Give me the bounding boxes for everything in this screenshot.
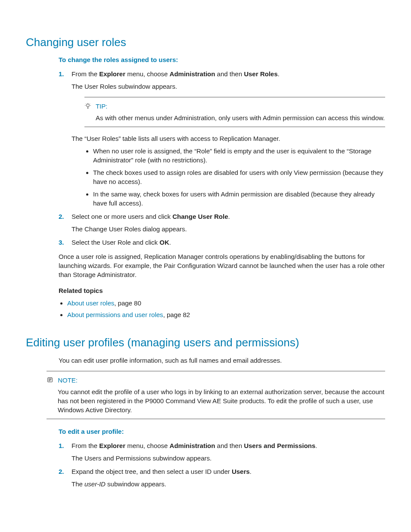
tip-label: TIP: bbox=[96, 103, 108, 110]
note-icon bbox=[47, 376, 54, 385]
step-number: 1. bbox=[59, 441, 64, 450]
list-item: When no user role is assigned, the “Role… bbox=[93, 146, 385, 165]
tip-callout: TIP: As with other menus under Administr… bbox=[84, 97, 385, 127]
step-text: Select one or more users and click Chang… bbox=[72, 213, 230, 220]
heading-changing-user-roles: Changing user roles bbox=[26, 34, 385, 50]
step-text: From the Explorer menu, choose Administr… bbox=[72, 442, 317, 449]
step-result: The Change User Roles dialog appears. bbox=[72, 224, 385, 233]
related-topics-heading: Related topics bbox=[59, 286, 385, 295]
svg-point-0 bbox=[87, 104, 90, 107]
heading-editing-user-profiles: Editing user profiles (managing users an… bbox=[26, 335, 385, 350]
related-topics-list: About user roles, page 80 About permissi… bbox=[59, 299, 385, 319]
step-2: 2. Select one or more users and click Ch… bbox=[59, 212, 385, 233]
step-3: 3. Select the User Role and click OK. bbox=[59, 238, 385, 247]
list-item: The check boxes used to assign roles are… bbox=[93, 168, 385, 186]
lightbulb-icon bbox=[84, 102, 92, 111]
paragraph: Once a user role is assigned, Replicatio… bbox=[59, 252, 385, 279]
step-1: 1. From the Explorer menu, choose Admini… bbox=[59, 441, 385, 463]
step-text: Expand the object tree, and then select … bbox=[72, 468, 252, 475]
link-about-user-roles[interactable]: About user roles bbox=[67, 299, 114, 307]
paragraph: You can edit user profile information, s… bbox=[59, 356, 385, 365]
link-about-permissions-and-user-roles[interactable]: About permissions and user roles bbox=[67, 311, 163, 318]
list-item: In the same way, check boxes for users w… bbox=[93, 190, 385, 208]
step-number: 2. bbox=[59, 212, 64, 221]
note-body: You cannot edit the profile of a user wh… bbox=[58, 387, 385, 414]
bullet-list: When no user role is assigned, the “Role… bbox=[72, 146, 385, 208]
step-number: 3. bbox=[59, 238, 64, 247]
step-1: 1. From the Explorer menu, choose Admini… bbox=[59, 69, 385, 208]
list-item: About permissions and user roles, page 8… bbox=[67, 310, 385, 319]
paragraph: The “User Roles” table lists all users w… bbox=[72, 134, 385, 143]
step-number: 2. bbox=[59, 467, 64, 476]
step-2: 2. Expand the object tree, and then sele… bbox=[59, 467, 385, 488]
tip-body: As with other menus under Administration… bbox=[96, 113, 385, 122]
list-item: About user roles, page 80 bbox=[67, 299, 385, 308]
step-result: The user-ID subwindow appears. bbox=[72, 479, 385, 488]
step-result: The Users and Permissions subwindow appe… bbox=[72, 454, 385, 463]
step-text: Select the User Role and click OK. bbox=[72, 239, 171, 246]
step-result: The User Roles subwindow appears. bbox=[72, 82, 385, 91]
note-label: NOTE: bbox=[58, 376, 78, 384]
note-callout: NOTE: You cannot edit the profile of a u… bbox=[47, 371, 385, 419]
procedure-subhead: To change the roles assigned to users: bbox=[59, 55, 385, 64]
procedure-subhead: To edit a user profile: bbox=[59, 427, 385, 436]
step-text: From the Explorer menu, choose Administr… bbox=[72, 70, 280, 78]
step-number: 1. bbox=[59, 69, 64, 78]
